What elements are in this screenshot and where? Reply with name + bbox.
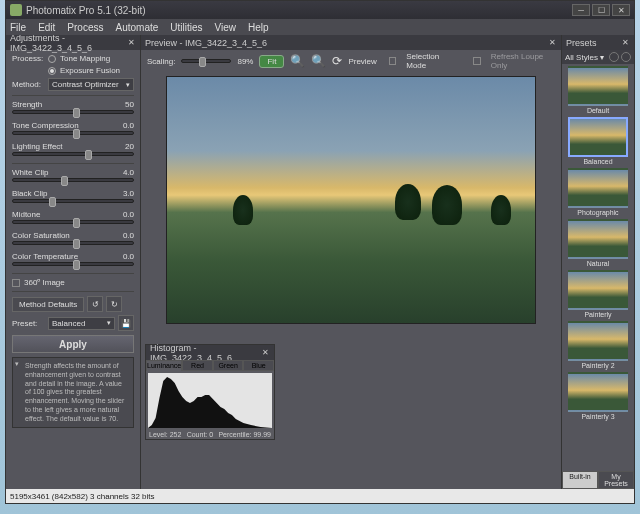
refresh-loupe-checkbox[interactable] bbox=[473, 57, 480, 65]
statusbar: 5195x3461 (842x582) 3 channels 32 bits bbox=[6, 489, 634, 503]
preset-item-4[interactable]: Painterly bbox=[564, 270, 632, 318]
view-icon[interactable] bbox=[621, 52, 631, 62]
slider-5-value: 0.0 bbox=[123, 210, 134, 219]
preset-item-2[interactable]: Photographic bbox=[564, 168, 632, 216]
method-value: Contrast Optimizer bbox=[52, 80, 119, 89]
slider-0-value: 50 bbox=[125, 100, 134, 109]
menu-view[interactable]: View bbox=[215, 22, 237, 33]
builtin-tab[interactable]: Built-in bbox=[562, 471, 598, 489]
chevron-down-icon: ▾ bbox=[126, 81, 130, 89]
slider-0-label: Strength bbox=[12, 100, 42, 109]
menubar: File Edit Process Automate Utilities Vie… bbox=[6, 19, 634, 35]
method-label: Method: bbox=[12, 80, 48, 89]
histogram-close-icon[interactable]: ✕ bbox=[262, 348, 271, 358]
zoom-in-icon[interactable]: 🔍 bbox=[311, 54, 326, 68]
method-select[interactable]: Contrast Optimizer ▾ bbox=[48, 78, 134, 91]
gear-icon[interactable] bbox=[609, 52, 619, 62]
slider-2[interactable] bbox=[12, 152, 134, 156]
preset-select[interactable]: Balanced ▾ bbox=[48, 317, 115, 330]
menu-file[interactable]: File bbox=[10, 22, 26, 33]
preview-header: Preview - IMG_3422_3_4_5_6 ✕ bbox=[141, 35, 561, 50]
preview-toggle-label: Preview bbox=[348, 57, 376, 66]
hist-tab-blue[interactable]: Blue bbox=[243, 360, 274, 371]
apply-button[interactable]: Apply bbox=[12, 335, 134, 353]
preset-name: Photographic bbox=[564, 209, 632, 216]
menu-automate[interactable]: Automate bbox=[115, 22, 158, 33]
redo-icon[interactable]: ↻ bbox=[106, 296, 122, 312]
hist-tab-luminance[interactable]: Luminance bbox=[146, 360, 182, 371]
slider-3-label: White Clip bbox=[12, 168, 48, 177]
tone-mapping-label: Tone Mapping bbox=[60, 54, 110, 63]
mypresets-tab[interactable]: My Presets bbox=[598, 471, 634, 489]
help-collapse-icon[interactable]: ▾ bbox=[15, 360, 19, 369]
slider-0[interactable] bbox=[12, 110, 134, 114]
refresh-icon[interactable]: ⟳ bbox=[332, 54, 342, 68]
status-text: 5195x3461 (842x582) 3 channels 32 bits bbox=[10, 492, 155, 501]
slider-7[interactable] bbox=[12, 262, 134, 266]
svg-marker-0 bbox=[148, 377, 272, 428]
preset-name: Painterly 2 bbox=[564, 362, 632, 369]
presets-styles-label[interactable]: All Styles bbox=[565, 53, 598, 62]
exposure-fusion-label: Exposure Fusion bbox=[60, 66, 120, 75]
menu-process[interactable]: Process bbox=[67, 22, 103, 33]
preset-item-3[interactable]: Natural bbox=[564, 219, 632, 267]
slider-5[interactable] bbox=[12, 220, 134, 224]
tone-mapping-radio[interactable] bbox=[48, 55, 56, 63]
slider-1-label: Tone Compression bbox=[12, 121, 79, 130]
chevron-down-icon: ▾ bbox=[107, 319, 111, 327]
preview-title: Preview - IMG_3422_3_4_5_6 bbox=[145, 38, 267, 48]
selection-mode-label: Selection Mode bbox=[406, 52, 456, 70]
slider-3[interactable] bbox=[12, 178, 134, 182]
preset-thumb bbox=[568, 117, 628, 157]
method-defaults-button[interactable]: Method Defaults bbox=[12, 297, 84, 312]
preview-close-icon[interactable]: ✕ bbox=[547, 38, 557, 48]
preset-name: Natural bbox=[564, 260, 632, 267]
histogram-plot bbox=[148, 373, 272, 428]
fit-button[interactable]: Fit bbox=[259, 55, 284, 68]
adjustments-header: Adjustments - IMG_3422_3_4_5_6 ✕ bbox=[6, 35, 140, 50]
image360-checkbox[interactable] bbox=[12, 279, 20, 287]
histogram-window[interactable]: Histogram - IMG_3422_3_4_5_6 ✕ Luminance… bbox=[145, 344, 275, 440]
slider-5-label: Midtone bbox=[12, 210, 40, 219]
process-label: Process: bbox=[12, 54, 48, 63]
slider-6[interactable] bbox=[12, 241, 134, 245]
slider-6-label: Color Saturation bbox=[12, 231, 70, 240]
minimize-button[interactable]: ─ bbox=[572, 4, 590, 16]
app-icon bbox=[10, 4, 22, 16]
slider-2-value: 20 bbox=[125, 142, 134, 151]
preview-image[interactable] bbox=[166, 76, 536, 324]
save-preset-icon[interactable]: 💾 bbox=[118, 315, 134, 331]
presets-header: Presets ✕ bbox=[562, 35, 634, 50]
preset-name: Default bbox=[564, 107, 632, 114]
preset-name: Painterly 3 bbox=[564, 413, 632, 420]
slider-4[interactable] bbox=[12, 199, 134, 203]
zoom-out-icon[interactable]: 🔍 bbox=[290, 54, 305, 68]
preset-item-0[interactable]: Default bbox=[564, 66, 632, 114]
adjustments-close-icon[interactable]: ✕ bbox=[128, 38, 136, 48]
selection-mode-checkbox[interactable] bbox=[389, 57, 396, 65]
slider-3-value: 4.0 bbox=[123, 168, 134, 177]
undo-icon[interactable]: ↺ bbox=[87, 296, 103, 312]
titlebar: Photomatix Pro 5.1 (32-bit) ─ ☐ ✕ bbox=[6, 1, 634, 19]
preset-thumb bbox=[568, 372, 628, 412]
slider-4-label: Black Clip bbox=[12, 189, 48, 198]
preset-item-6[interactable]: Painterly 3 bbox=[564, 372, 632, 420]
slider-7-label: Color Temperature bbox=[12, 252, 78, 261]
scaling-slider[interactable] bbox=[181, 59, 231, 63]
refresh-loupe-label: Refresh Loupe Only bbox=[491, 52, 555, 70]
preset-item-1[interactable]: Balanced bbox=[564, 117, 632, 165]
maximize-button[interactable]: ☐ bbox=[592, 4, 610, 16]
preset-item-5[interactable]: Painterly 2 bbox=[564, 321, 632, 369]
menu-help[interactable]: Help bbox=[248, 22, 269, 33]
presets-title: Presets bbox=[566, 38, 597, 48]
close-button[interactable]: ✕ bbox=[612, 4, 630, 16]
hist-tab-red[interactable]: Red bbox=[182, 360, 213, 371]
menu-utilities[interactable]: Utilities bbox=[170, 22, 202, 33]
presets-close-icon[interactable]: ✕ bbox=[620, 38, 630, 48]
slider-1[interactable] bbox=[12, 131, 134, 135]
menu-edit[interactable]: Edit bbox=[38, 22, 55, 33]
preset-thumb bbox=[568, 168, 628, 208]
slider-2-label: Lighting Effect bbox=[12, 142, 63, 151]
exposure-fusion-radio[interactable] bbox=[48, 67, 56, 75]
hist-tab-green[interactable]: Green bbox=[213, 360, 244, 371]
